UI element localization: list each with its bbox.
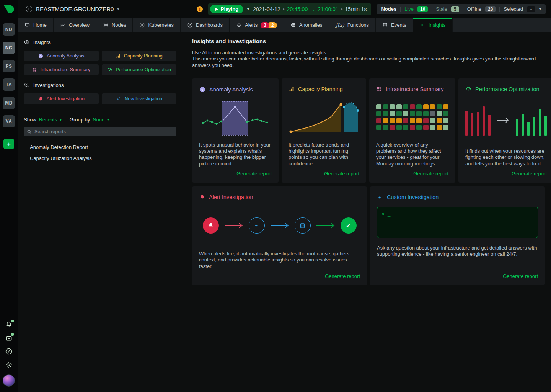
main-tabs: Home Overview Nodes Kubernetes Dashboard… [18, 18, 551, 32]
separator-dot: • [283, 6, 285, 12]
search-input[interactable] [34, 129, 173, 134]
dashboards-icon [187, 22, 193, 28]
custom-investigation-card: Custom Investigation >_ Ask any question… [370, 186, 545, 285]
chevron-down-icon[interactable]: ▾ [539, 7, 541, 11]
generate-report-link[interactable]: Generate report [512, 167, 547, 176]
tab-kubernetes[interactable]: Kubernetes [132, 18, 180, 32]
bar [533, 117, 535, 136]
play-status-button[interactable]: ▶ Playing [210, 5, 243, 13]
filter-row: Show Recents ▾ Group by None ▾ [24, 117, 176, 122]
workspace-ta[interactable]: TA [3, 78, 15, 91]
infrastructure-summary-button[interactable]: Infrastructure Summary [24, 64, 99, 75]
status-square [383, 125, 388, 130]
status-square [437, 111, 442, 116]
investigate-step-icon [249, 217, 265, 234]
generate-report-link[interactable]: Generate report [325, 270, 360, 279]
infrastructure-summary-icon [32, 67, 37, 72]
anomaly-analysis-button[interactable]: Anomaly Analysis [24, 51, 99, 61]
tab-overview[interactable]: Overview [53, 18, 96, 32]
tab-alerts[interactable]: Alerts 3 2 [229, 18, 284, 32]
nodes-icon [103, 22, 109, 28]
resolved-step-icon: ✓ [341, 217, 357, 234]
netdata-logo[interactable] [0, 0, 18, 18]
chevron-down-icon[interactable]: ▾ [117, 7, 119, 11]
infrastructure-summary-icon [376, 86, 382, 92]
home-icon [24, 22, 30, 28]
alert-bell-icon [38, 96, 44, 102]
divider [432, 7, 432, 12]
stale-count-badge: 5 [451, 6, 459, 12]
groupby-label: Group by [70, 117, 90, 122]
tab-functions[interactable]: ƒ(x) Functions [329, 18, 375, 32]
workspace-rail: NDNCPSTAMDVA + [0, 0, 18, 392]
tab-label: Insights [429, 22, 446, 28]
chevron-down-icon[interactable]: ▾ [107, 118, 109, 122]
nodes-status-bar[interactable]: Nodes Live 10 Stale 5 Offline 23 Selecte… [377, 4, 546, 14]
workspace-va[interactable]: VA [3, 115, 15, 127]
notifications-bell-icon[interactable] [5, 321, 13, 328]
space-selector[interactable]: BEASTMODE.GROUNDZER0 ▾ [25, 5, 119, 13]
status-square [403, 111, 408, 116]
bar [477, 112, 479, 136]
generate-report-link[interactable]: Generate report [236, 167, 272, 176]
tab-nodes[interactable]: Nodes [96, 18, 133, 32]
investigation-buttons: Alert Investigation New Investigation [24, 93, 176, 104]
status-square [383, 104, 388, 109]
performance-optimization-button[interactable]: Performance Optimization [102, 64, 177, 75]
time-controls[interactable]: ▶ Playing ▾ 2021-04-12 • 20:45:00 → 21:0… [208, 3, 371, 15]
add-workspace-button[interactable]: + [3, 139, 14, 149]
capacity-chart [289, 92, 359, 142]
offline-count-badge: 23 [485, 6, 496, 12]
anomaly-analysis-card: Anomaly Analysis It sp [192, 78, 279, 183]
arrow-right-icon [270, 222, 290, 229]
groupby-value-dropdown[interactable]: None [93, 117, 104, 122]
settings-gear-icon[interactable] [5, 361, 13, 369]
generate-report-link[interactable]: Generate report [324, 167, 359, 176]
overview-icon [60, 22, 66, 28]
show-label: Show [24, 117, 36, 122]
workspace-ps[interactable]: PS [3, 60, 15, 72]
tab-events[interactable]: Events [375, 18, 413, 32]
card-description: It spots unusual behavior in your system… [199, 142, 272, 167]
play-icon: ▶ [215, 7, 218, 11]
search-icon [27, 129, 32, 134]
stale-label: Stale [436, 6, 447, 12]
status-square [437, 104, 442, 109]
generate-report-link[interactable]: Generate report [413, 167, 448, 176]
button-label: Performance Optimization [116, 67, 171, 72]
report-step-icon [295, 217, 311, 234]
status-square [423, 104, 429, 109]
tab-dashboards[interactable]: Dashboards [180, 18, 229, 32]
tab-home[interactable]: Home [18, 18, 53, 32]
bar [522, 114, 524, 136]
capacity-planning-button[interactable]: Capacity Planning [102, 51, 177, 61]
workspace-nc[interactable]: NC [3, 42, 15, 54]
help-icon[interactable] [5, 348, 13, 355]
chevron-down-icon[interactable]: ▾ [247, 7, 249, 11]
user-avatar[interactable] [3, 374, 15, 387]
card-title: Anomaly Analysis [199, 86, 272, 93]
chevron-down-icon[interactable]: ▾ [60, 118, 62, 122]
new-investigation-button[interactable]: New Investigation [102, 93, 177, 104]
warning-icon[interactable]: ! [197, 6, 203, 12]
status-square [396, 111, 402, 116]
card-description: When alerts fire, it automatically inves… [199, 251, 360, 270]
workspace-md[interactable]: MD [3, 97, 15, 109]
inbox-updates-icon[interactable] [5, 334, 13, 342]
report-item[interactable]: Anomaly Detection Report [30, 142, 176, 153]
card-title: Custom Investigation [377, 194, 538, 201]
status-square [423, 111, 429, 116]
nodes-label: Nodes [381, 6, 396, 12]
bar [471, 113, 473, 136]
custom-question-input[interactable]: >_ [377, 207, 538, 238]
show-value-dropdown[interactable]: Recents [39, 117, 57, 122]
generate-report-link[interactable]: Generate report [503, 270, 538, 279]
status-squares-grid [376, 104, 448, 130]
timeframe[interactable]: 2021-04-12 • 20:45:00 → 21:00:01 • 15min… [253, 6, 367, 12]
alert-investigation-button[interactable]: Alert Investigation [24, 93, 99, 104]
report-item[interactable]: Capacity Utilization Analysis [30, 153, 176, 164]
capacity-planning-icon [289, 86, 295, 92]
tab-insights[interactable]: Insights [413, 18, 453, 32]
tab-anomalies[interactable]: Anomalies [284, 18, 329, 32]
workspace-nd[interactable]: ND [3, 23, 15, 36]
